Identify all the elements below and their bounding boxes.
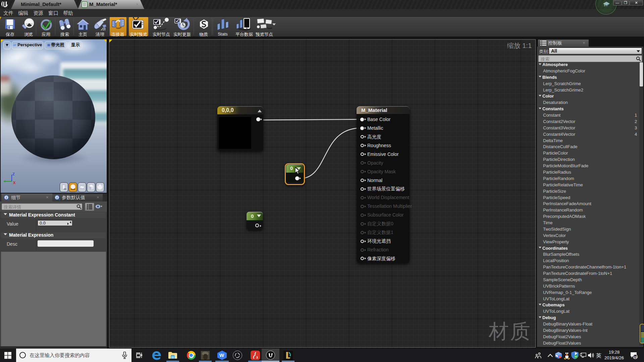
svg-text:Z: Z — [12, 172, 15, 176]
svg-text:10: 10 — [634, 355, 637, 359]
svg-text:X: X — [13, 181, 16, 185]
